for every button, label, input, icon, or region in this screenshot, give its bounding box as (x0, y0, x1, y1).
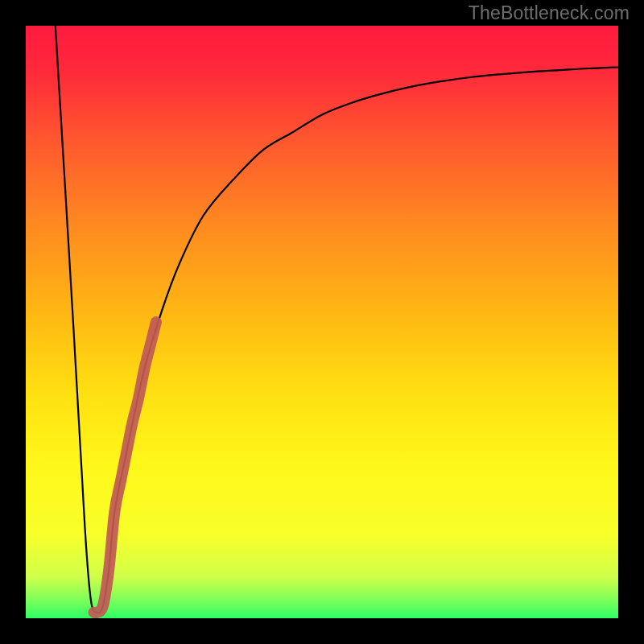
highlight-segment (94, 322, 156, 613)
curve-layer (26, 26, 618, 618)
bottleneck-curve (56, 26, 618, 613)
plot-area (26, 26, 618, 618)
chart-frame: TheBottleneck.com (0, 0, 644, 644)
watermark-text: TheBottleneck.com (469, 2, 630, 24)
